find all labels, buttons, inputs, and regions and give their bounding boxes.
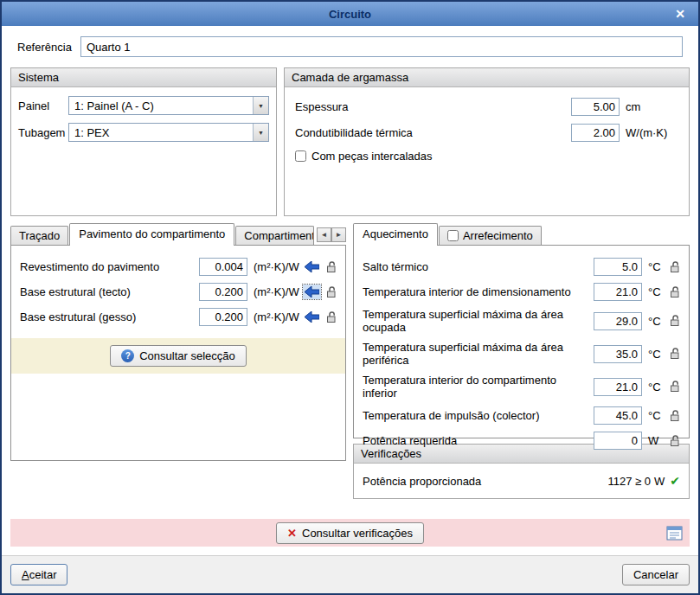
check-ok-icon: ✔ <box>670 474 680 488</box>
temp-sup-ocupada-unit: °C <box>642 315 665 328</box>
base-gesso-unit: (m²·K)/W <box>247 310 301 323</box>
chevron-down-icon[interactable]: ▼ <box>253 124 268 141</box>
pavimento-tabpanel: Revestimento do pavimento (m²·K)/W Base … <box>10 245 346 461</box>
painel-select[interactable]: 1: Painel (A - C) ▼ <box>68 96 269 115</box>
base-gesso-label: Base estrutural (gesso) <box>20 310 199 323</box>
temp-impulsao-unit: °C <box>642 409 665 422</box>
aquecimento-tabpanel: Salto térmico °C Temperatura interior de… <box>353 245 690 438</box>
unlock-icon[interactable] <box>668 285 682 298</box>
temp-interior-input[interactable] <box>594 283 642 301</box>
tab-arrefecimento[interactable]: Arrefecimento <box>439 226 542 245</box>
mid-panels: Traçado Pavimento do compartimento Compa… <box>10 223 690 499</box>
pecas-intercaladas-checkbox[interactable] <box>295 150 306 162</box>
unlock-icon[interactable] <box>668 381 682 393</box>
revestimento-unit: (m²·K)/W <box>247 260 301 273</box>
painel-selected-value: 1: Painel (A - C) <box>69 99 253 112</box>
unlock-icon[interactable] <box>324 285 338 298</box>
temp-interior-unit: °C <box>642 285 665 298</box>
inherit-arrow-icon[interactable] <box>303 259 321 274</box>
tab-compartimento-inferior[interactable]: Compartimento inferior <box>235 226 314 245</box>
verification-strip: ✕ Consultar verificações <box>10 519 690 547</box>
report-icon[interactable] <box>664 523 684 542</box>
table-row: Temperatura interior do compartimento in… <box>363 374 682 400</box>
painel-label: Painel <box>18 99 68 112</box>
temp-sup-periferica-label: Temperatura superficial máxima da área p… <box>363 341 594 367</box>
temp-impulsao-input[interactable] <box>594 406 642 425</box>
unlock-icon[interactable] <box>668 434 682 447</box>
tab-tracado[interactable]: Traçado <box>10 226 68 245</box>
table-row: Revestimento do pavimento (m²·K)/W <box>20 258 338 276</box>
tubagem-label: Tubagem <box>18 126 68 139</box>
espessura-label: Espessura <box>295 100 571 113</box>
espessura-input[interactable] <box>571 98 620 116</box>
inherit-arrow-icon[interactable] <box>303 310 321 324</box>
pecas-intercaladas-label: Com peças intercaladas <box>311 150 432 163</box>
tab-scroll-right-icon[interactable]: ► <box>331 227 346 242</box>
potencia-requerida-label: Potência requerida <box>363 434 594 447</box>
group-sistema-title: Sistema <box>11 68 276 87</box>
top-groups: Sistema Painel 1: Painel (A - C) ▼ Tubag… <box>10 67 690 216</box>
reference-input[interactable] <box>80 36 683 57</box>
temp-sup-periferica-unit: °C <box>642 348 665 361</box>
chevron-down-icon[interactable]: ▼ <box>253 97 268 114</box>
tubagem-select[interactable]: 1: PEX ▼ <box>68 123 269 142</box>
right-tabstrip: Aquecimento Arrefecimento <box>353 223 690 245</box>
table-row: Salto térmico °C <box>363 258 682 276</box>
tab-scroll-left-icon[interactable]: ◄ <box>317 227 331 242</box>
temp-sup-periferica-input[interactable] <box>594 345 642 363</box>
salto-termico-input[interactable] <box>594 258 642 276</box>
condutibilidade-unit: W/(m·K) <box>620 126 680 139</box>
reference-row: Referência <box>17 36 683 57</box>
tab-pavimento-compartimento[interactable]: Pavimento do compartimento <box>69 223 234 246</box>
condutibilidade-label: Condutibilidade térmica <box>295 126 571 139</box>
potencia-proporcionada-value: 1127 ≥ 0 <box>607 475 654 488</box>
temp-comp-inferior-unit: °C <box>642 381 665 393</box>
group-argamassa: Camada de argamassa Espessura cm Conduti… <box>284 67 690 216</box>
revestimento-input[interactable] <box>199 258 247 276</box>
unlock-icon[interactable] <box>324 260 338 273</box>
potencia-requerida-unit: W <box>642 434 665 447</box>
footer-bar: Aceitar Cancelar <box>2 555 698 593</box>
unlock-icon[interactable] <box>324 310 338 323</box>
help-icon: ? <box>121 349 134 362</box>
potencia-proporcionada-unit: W <box>654 475 665 488</box>
potencia-requerida-input[interactable] <box>594 432 642 450</box>
reference-label: Referência <box>17 41 72 54</box>
espessura-unit: cm <box>620 100 680 113</box>
arrefecimento-checkbox[interactable] <box>447 230 459 241</box>
table-row: Temperatura interior de dimensionamento … <box>363 283 682 301</box>
unlock-icon[interactable] <box>668 348 682 361</box>
tab-aquecimento[interactable]: Aquecimento <box>353 223 438 246</box>
temp-impulsao-label: Temperatura de impulsão (colector) <box>363 409 594 422</box>
cancel-button[interactable]: Cancelar <box>622 564 690 585</box>
close-icon[interactable]: ✕ <box>671 5 690 22</box>
consult-selection-strip: ? Consultar selecção <box>11 338 345 374</box>
unlock-icon[interactable] <box>668 315 682 328</box>
consult-selection-button[interactable]: ? Consultar selecção <box>110 345 247 367</box>
group-verificacoes: Verificações Potência proporcionada 1127… <box>353 444 690 499</box>
dialog-circuito: Circuito ✕ Referência Sistema Painel 1: … <box>0 0 700 595</box>
base-tecto-label: Base estrutural (tecto) <box>20 285 199 298</box>
unlock-icon[interactable] <box>668 260 682 273</box>
temp-sup-ocupada-input[interactable] <box>594 312 642 330</box>
salto-termico-label: Salto térmico <box>363 260 594 273</box>
salto-termico-unit: °C <box>642 260 665 273</box>
window-title: Circuito <box>329 8 371 21</box>
table-row: Base estrutural (gesso) (m²·K)/W <box>20 308 338 326</box>
left-column: Traçado Pavimento do compartimento Compa… <box>10 223 346 461</box>
table-row: Temperatura de impulsão (colector) °C <box>363 406 682 425</box>
tab-scroll-buttons: ◄ ► <box>317 227 346 242</box>
table-row: Potência requerida W <box>363 432 682 450</box>
base-gesso-input[interactable] <box>199 308 247 326</box>
inherit-arrow-icon[interactable] <box>303 285 321 299</box>
dialog-body: Referência Sistema Painel 1: Painel (A -… <box>2 26 698 555</box>
condutibilidade-input[interactable] <box>571 124 620 142</box>
unlock-icon[interactable] <box>668 409 682 422</box>
revestimento-label: Revestimento do pavimento <box>20 260 199 273</box>
consult-verifications-button[interactable]: ✕ Consultar verificações <box>276 522 424 544</box>
base-tecto-input[interactable] <box>199 283 247 301</box>
error-cross-icon: ✕ <box>287 527 297 540</box>
accept-button[interactable]: Aceitar <box>10 564 67 585</box>
temp-comp-inferior-input[interactable] <box>594 378 642 396</box>
table-row: Temperatura superficial máxima da área o… <box>363 308 682 334</box>
